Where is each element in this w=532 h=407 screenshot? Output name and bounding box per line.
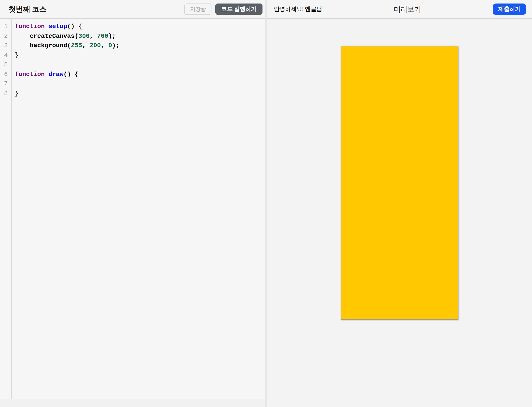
line-number: 6	[0, 70, 8, 79]
line-number: 5	[0, 60, 8, 70]
code-lines[interactable]: function setup() { createCanvas(300, 700…	[12, 19, 265, 399]
code-line[interactable]: function draw() {	[15, 70, 265, 79]
code-editor[interactable]: 12345678 function setup() { createCanvas…	[0, 19, 265, 399]
code-line[interactable]: createCanvas(300, 700);	[15, 31, 265, 41]
code-line[interactable]: }	[15, 89, 265, 98]
gutter: 12345678	[0, 19, 12, 399]
line-number: 7	[0, 79, 8, 89]
preview-area	[267, 19, 532, 407]
code-line[interactable]: }	[15, 50, 265, 60]
app-root: 첫번째 코스 저장함 코드 실행하기 12345678 function set…	[0, 0, 532, 407]
line-number: 8	[0, 89, 8, 98]
code-line[interactable]	[15, 60, 265, 70]
code-line[interactable]: background(255, 200, 0);	[15, 41, 265, 50]
line-number: 3	[0, 41, 8, 50]
greeting: 안녕하세요!엔클님	[274, 6, 322, 13]
save-button[interactable]: 저장함	[184, 3, 212, 15]
greeting-prefix: 안녕하세요!	[274, 6, 303, 12]
course-title: 첫번째 코스	[8, 4, 46, 14]
line-number: 1	[0, 22, 8, 31]
code-line[interactable]	[15, 79, 265, 89]
preview-panel: 안녕하세요!엔클님 미리보기 제출하기	[267, 0, 532, 407]
submit-button[interactable]: 제출하기	[493, 3, 526, 15]
greeting-username: 엔클님	[305, 6, 322, 12]
code-line[interactable]: function setup() {	[15, 22, 265, 31]
line-number: 2	[0, 31, 8, 41]
editor-panel: 첫번째 코스 저장함 코드 실행하기 12345678 function set…	[0, 0, 265, 407]
panel-splitter[interactable]	[265, 0, 267, 407]
line-number: 4	[0, 50, 8, 60]
run-code-button[interactable]: 코드 실행하기	[216, 3, 263, 15]
preview-title: 미리보기	[394, 5, 421, 14]
editor-bottom-scrollbar-track	[0, 399, 265, 407]
editor-header: 첫번째 코스 저장함 코드 실행하기	[0, 0, 265, 19]
preview-header: 안녕하세요!엔클님 미리보기 제출하기	[267, 0, 532, 19]
p5-canvas	[341, 46, 458, 320]
editor-header-actions: 저장함 코드 실행하기	[184, 3, 263, 15]
